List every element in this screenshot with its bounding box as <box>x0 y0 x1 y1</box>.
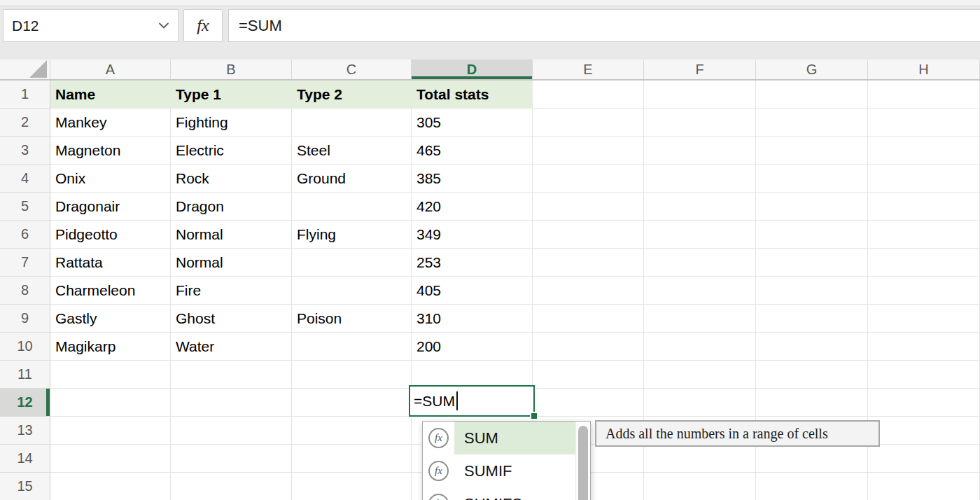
row-header-6[interactable]: 6 <box>0 221 50 249</box>
cell-F10[interactable] <box>644 333 756 361</box>
row-header-15[interactable]: 15 <box>0 473 50 500</box>
cell-F11[interactable] <box>644 361 756 389</box>
cell-C15[interactable] <box>292 473 412 500</box>
cell-D8[interactable]: 405 <box>412 277 533 305</box>
column-header-G[interactable]: G <box>756 60 868 79</box>
cell-A4[interactable]: Onix <box>50 165 171 193</box>
cell-H2[interactable] <box>868 109 980 137</box>
cell-F3[interactable] <box>644 137 756 165</box>
cell-E8[interactable] <box>533 277 644 305</box>
cell-C5[interactable] <box>292 193 412 221</box>
autocomplete-scrollbar[interactable] <box>575 422 590 500</box>
cell-H3[interactable] <box>868 137 980 165</box>
cell-H6[interactable] <box>868 221 980 249</box>
row-header-3[interactable]: 3 <box>0 137 50 165</box>
row-header-11[interactable]: 11 <box>0 361 50 389</box>
cell-G11[interactable] <box>756 361 868 389</box>
cell-A9[interactable]: Gastly <box>50 305 171 333</box>
row-header-5[interactable]: 5 <box>0 193 50 221</box>
column-header-A[interactable]: A <box>50 60 171 79</box>
cell-C11[interactable] <box>292 361 412 389</box>
cell-G2[interactable] <box>756 109 868 137</box>
cell-E1[interactable] <box>533 81 644 109</box>
cell-H15[interactable] <box>868 473 980 500</box>
cell-F9[interactable] <box>644 305 756 333</box>
cell-C4[interactable]: Ground <box>292 165 412 193</box>
cell-G1[interactable] <box>756 81 868 109</box>
cell-F4[interactable] <box>644 165 756 193</box>
cell-D6[interactable]: 349 <box>412 221 533 249</box>
cell-B7[interactable]: Normal <box>171 249 292 277</box>
cell-A10[interactable]: Magikarp <box>50 333 171 361</box>
column-header-C[interactable]: C <box>292 60 412 79</box>
autocomplete-item-SUM[interactable]: fxSUM <box>423 422 590 454</box>
cell-G12[interactable] <box>756 389 868 417</box>
cell-F5[interactable] <box>644 193 756 221</box>
cell-G15[interactable] <box>756 473 868 500</box>
column-header-B[interactable]: B <box>171 60 292 79</box>
cell-H7[interactable] <box>868 249 980 277</box>
cell-E6[interactable] <box>533 221 644 249</box>
cell-G10[interactable] <box>756 333 868 361</box>
row-header-2[interactable]: 2 <box>0 109 50 137</box>
cell-A6[interactable]: Pidgeotto <box>50 221 171 249</box>
select-all-corner[interactable] <box>0 60 50 79</box>
cell-C8[interactable] <box>292 277 412 305</box>
cell-G5[interactable] <box>756 193 868 221</box>
cell-A5[interactable]: Dragonair <box>50 193 171 221</box>
cell-F2[interactable] <box>644 109 756 137</box>
cell-F1[interactable] <box>644 81 756 109</box>
cell-D3[interactable]: 465 <box>412 137 533 165</box>
cell-D2[interactable]: 305 <box>412 109 533 137</box>
cell-G7[interactable] <box>756 249 868 277</box>
cell-E12[interactable] <box>533 389 644 417</box>
cell-A3[interactable]: Magneton <box>50 137 171 165</box>
cell-D7[interactable]: 253 <box>412 249 533 277</box>
autocomplete-item-SUMIF[interactable]: fxSUMIF <box>423 454 590 487</box>
cell-B6[interactable]: Normal <box>171 221 292 249</box>
cell-H1[interactable] <box>868 81 980 109</box>
cell-D5[interactable]: 420 <box>412 193 533 221</box>
scrollbar-thumb[interactable] <box>578 426 588 500</box>
cell-D9[interactable]: 310 <box>412 305 533 333</box>
cell-B12[interactable] <box>171 389 292 417</box>
cell-C9[interactable]: Poison <box>292 305 412 333</box>
column-header-F[interactable]: F <box>644 60 756 79</box>
cell-H10[interactable] <box>868 333 980 361</box>
cell-B5[interactable]: Dragon <box>171 193 292 221</box>
column-header-E[interactable]: E <box>533 60 644 79</box>
active-cell-editor[interactable]: =SUM <box>409 385 535 417</box>
cell-E10[interactable] <box>533 333 644 361</box>
cell-A7[interactable]: Rattata <box>50 249 171 277</box>
cell-G6[interactable] <box>756 221 868 249</box>
cell-H12[interactable] <box>868 389 980 417</box>
chevron-down-icon[interactable] <box>158 22 169 29</box>
cell-F6[interactable] <box>644 221 756 249</box>
cell-E11[interactable] <box>533 361 644 389</box>
cell-C14[interactable] <box>292 445 412 473</box>
cell-B8[interactable]: Fire <box>171 277 292 305</box>
column-header-H[interactable]: H <box>868 60 980 79</box>
cell-H9[interactable] <box>868 305 980 333</box>
cell-F7[interactable] <box>644 249 756 277</box>
cell-B15[interactable] <box>171 473 292 500</box>
column-header-D[interactable]: D <box>412 60 533 79</box>
cell-G14[interactable] <box>756 445 868 473</box>
cell-D10[interactable]: 200 <box>412 333 533 361</box>
cell-D1[interactable]: Total stats <box>412 81 533 109</box>
row-header-8[interactable]: 8 <box>0 277 50 305</box>
cell-C1[interactable]: Type 2 <box>292 81 412 109</box>
cell-B2[interactable]: Fighting <box>171 109 292 137</box>
cell-C2[interactable] <box>292 109 412 137</box>
cell-E3[interactable] <box>533 137 644 165</box>
cell-D4[interactable]: 385 <box>412 165 533 193</box>
cell-E9[interactable] <box>533 305 644 333</box>
cell-H14[interactable] <box>868 445 980 473</box>
cell-D11[interactable] <box>412 361 533 389</box>
cell-G8[interactable] <box>756 277 868 305</box>
cell-B1[interactable]: Type 1 <box>171 81 292 109</box>
row-header-9[interactable]: 9 <box>0 305 50 333</box>
cell-A8[interactable]: Charmeleon <box>50 277 171 305</box>
cell-B11[interactable] <box>171 361 292 389</box>
cell-B9[interactable]: Ghost <box>171 305 292 333</box>
